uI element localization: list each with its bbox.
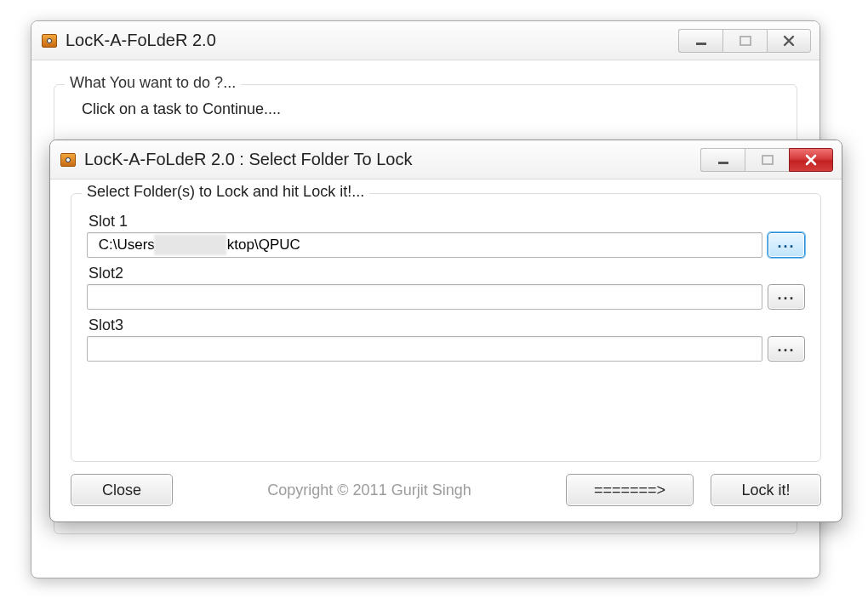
app-icon [60, 153, 76, 167]
dialog-window-controls [700, 148, 833, 172]
main-window-controls [678, 29, 811, 53]
task-group-subtext: Click on a task to Continue.... [82, 100, 781, 118]
slot-1-browse-button[interactable]: ... [768, 232, 805, 258]
slot-2-path-input[interactable] [87, 284, 762, 310]
dialog-bottom-bar: Close Copyright © 2011 Gurjit Singh ====… [71, 474, 821, 506]
close-icon [783, 35, 795, 47]
slot-2-label: Slot2 [89, 265, 805, 282]
task-group-legend: What You want to do ?... [65, 74, 241, 92]
minimize-button[interactable] [678, 29, 722, 53]
lock-it-button[interactable]: Lock it! [711, 474, 821, 506]
minimize-icon [717, 154, 729, 166]
dialog-title: LocK-A-FoLdeR 2.0 : Select Folder To Loc… [84, 150, 700, 169]
main-window-title: LocK-A-FoLdeR 2.0 [66, 31, 678, 50]
slot-3-path-input[interactable] [87, 336, 762, 362]
slots-group-legend: Select Folder(s) to Lock and hit Lock it… [82, 183, 369, 201]
svg-rect-3 [762, 156, 773, 164]
app-icon [42, 34, 57, 48]
maximize-button [745, 148, 789, 172]
dialog-titlebar: LocK-A-FoLdeR 2.0 : Select Folder To Loc… [50, 140, 842, 179]
minimize-button[interactable] [700, 148, 745, 172]
close-button[interactable] [789, 148, 833, 172]
select-folder-dialog: LocK-A-FoLdeR 2.0 : Select Folder To Loc… [49, 140, 842, 522]
close-button[interactable] [767, 29, 811, 53]
copyright-text: Copyright © 2011 Gurjit Singh [190, 481, 549, 499]
slot-2-browse-button[interactable]: ... [768, 284, 805, 310]
close-dialog-button[interactable]: Close [71, 474, 173, 506]
svg-rect-2 [718, 162, 728, 164]
slot-3: Slot3 ... [87, 316, 805, 362]
maximize-icon [762, 154, 774, 166]
close-icon [804, 154, 818, 166]
maximize-button [722, 29, 767, 53]
slot-2: Slot2 ... [87, 265, 805, 310]
slot-3-browse-button[interactable]: ... [768, 336, 805, 362]
slots-groupbox: Select Folder(s) to Lock and hit Lock it… [71, 193, 821, 462]
minimize-icon [695, 35, 707, 47]
svg-rect-1 [740, 37, 751, 45]
maximize-icon [740, 35, 751, 47]
slot-1-label: Slot 1 [89, 213, 805, 231]
main-titlebar: LocK-A-FoLdeR 2.0 [31, 21, 819, 60]
slot-3-label: Slot3 [89, 316, 805, 334]
arrow-hint-button[interactable]: =======> [566, 474, 694, 506]
slot-1: Slot 1 ... [87, 213, 805, 258]
dialog-client-area: Select Folder(s) to Lock and hit Lock it… [50, 179, 842, 521]
redacted-region [154, 235, 226, 255]
svg-rect-0 [696, 43, 706, 45]
